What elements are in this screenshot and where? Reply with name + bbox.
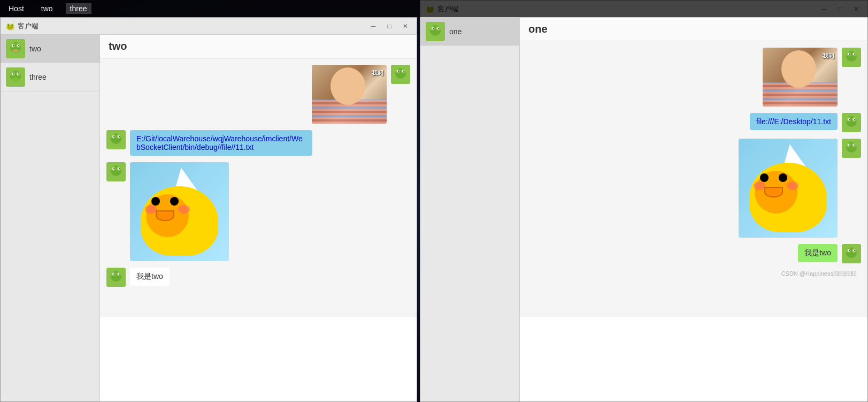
avatar-w2-r4 bbox=[842, 244, 861, 263]
frog-avatar-two bbox=[6, 39, 25, 58]
svg-point-84 bbox=[849, 145, 850, 146]
svg-point-35 bbox=[119, 136, 120, 137]
chat-input-area-one[interactable] bbox=[100, 316, 417, 401]
svg-point-61 bbox=[438, 28, 439, 29]
taskbar-item-three[interactable]: three bbox=[66, 3, 91, 14]
avatar-svg-l2 bbox=[106, 130, 126, 149]
svg-text:🐸: 🐸 bbox=[6, 22, 14, 31]
child-image-container-1: 我叼 bbox=[312, 65, 387, 124]
window-icon-one: 🐸 bbox=[5, 21, 14, 31]
chat-area-two: one bbox=[520, 18, 867, 401]
avatar-svg-l3 bbox=[106, 162, 126, 181]
chat-input-one[interactable] bbox=[100, 316, 417, 401]
avatar-left-4 bbox=[106, 268, 126, 287]
msg-row-w2-4: 我是two bbox=[526, 244, 861, 263]
msg-row-1: 我叼 bbox=[106, 65, 410, 124]
sidebar-item-two[interactable]: two bbox=[1, 35, 99, 63]
chat-messages-two[interactable]: 我叼 bbox=[520, 41, 867, 316]
file-link-bubble-1[interactable]: E:/Git/localWarehouse/wqjWarehouse/imcli… bbox=[130, 130, 312, 156]
window-body-one: two three bbox=[1, 35, 417, 401]
svg-point-17 bbox=[13, 73, 14, 74]
svg-point-9 bbox=[18, 45, 19, 46]
chat-header-two: one bbox=[520, 18, 867, 41]
avatar-svg-w2-r3 bbox=[842, 139, 861, 158]
chat-with-two: one bbox=[528, 23, 548, 35]
chat-header-one: two bbox=[100, 35, 417, 58]
sidebar-name-three: three bbox=[29, 73, 47, 81]
svg-point-68 bbox=[849, 54, 850, 55]
msg-row-w2-2: file:///E:/Desktop/11.txt bbox=[526, 113, 861, 132]
child-image-text: 我叼 bbox=[372, 69, 383, 77]
avatar-left-2 bbox=[106, 130, 126, 149]
text-bubble-text-1: 我是two bbox=[136, 272, 163, 280]
duck-image-2 bbox=[739, 139, 838, 238]
msg-row-2: E:/Git/localWarehouse/wqjWarehouse/imcli… bbox=[106, 130, 410, 156]
child-image-1: 我叼 bbox=[312, 65, 387, 124]
child-image-container-2: 我叼 bbox=[763, 48, 838, 107]
file-link-text-2: file:///E:/Desktop/11.txt bbox=[756, 117, 831, 126]
sidebar-name-one: one bbox=[449, 27, 462, 36]
avatar-svg-w2-r4 bbox=[842, 244, 861, 263]
frog-avatar-one bbox=[426, 22, 445, 41]
chat-messages-one[interactable]: 我叼 bbox=[100, 58, 417, 316]
close-button-one[interactable]: ✕ bbox=[398, 21, 412, 32]
avatar-w2-r2 bbox=[842, 113, 861, 132]
duck-image-1 bbox=[130, 162, 229, 261]
watermark: CSDN @Happiness囧囧囧囧 bbox=[526, 270, 861, 278]
avatar-two bbox=[6, 39, 25, 58]
avatar-svg-l4 bbox=[106, 268, 126, 287]
msg-row-3 bbox=[106, 162, 410, 261]
svg-point-77 bbox=[854, 119, 855, 120]
chat-area-one: two bbox=[100, 35, 417, 401]
svg-point-92 bbox=[849, 250, 850, 251]
svg-point-42 bbox=[113, 168, 114, 169]
avatar-right-1 bbox=[391, 65, 410, 84]
avatar-w2-r1 bbox=[842, 48, 861, 67]
window-client-two: 🐸 客户端 ─ □ ✕ bbox=[0, 17, 417, 402]
child-image-2: 我叼 bbox=[763, 48, 838, 107]
chat-with-one: two bbox=[109, 40, 127, 52]
sidebar-item-one[interactable]: one bbox=[420, 18, 519, 46]
chat-input-area-two[interactable] bbox=[520, 316, 867, 401]
frog-avatar-three bbox=[6, 67, 25, 87]
text-bubble-1: 我是two bbox=[130, 268, 170, 286]
window-body-two: one one bbox=[420, 18, 867, 401]
svg-point-76 bbox=[849, 119, 850, 120]
msg-row-4: 我是two bbox=[106, 268, 410, 287]
svg-point-19 bbox=[12, 77, 19, 81]
file-link-text-1: E:/Git/localWarehouse/wqjWarehouse/imcli… bbox=[136, 134, 303, 151]
text-bubble-2: 我是two bbox=[798, 244, 838, 262]
svg-point-34 bbox=[113, 136, 114, 137]
svg-point-69 bbox=[854, 54, 855, 55]
sidebar-item-three[interactable]: three bbox=[1, 63, 99, 92]
maximize-button-one[interactable]: □ bbox=[382, 21, 396, 32]
window-controls-one: ─ □ ✕ bbox=[366, 21, 412, 32]
sidebar-two: one bbox=[420, 18, 520, 401]
sidebar-one: two three bbox=[1, 35, 100, 401]
chat-input-two[interactable] bbox=[520, 316, 867, 401]
sidebar-name-two: two bbox=[29, 44, 41, 53]
file-link-bubble-2[interactable]: file:///E:/Desktop/11.txt bbox=[750, 113, 838, 130]
minimize-button-one[interactable]: ─ bbox=[366, 21, 380, 32]
avatar-svg-w2-r1 bbox=[842, 48, 861, 67]
msg-row-w2-3 bbox=[526, 139, 861, 238]
window-title-one: 客户端 bbox=[18, 21, 363, 31]
client-icon-svg: 🐸 bbox=[5, 21, 14, 31]
svg-point-43 bbox=[119, 168, 120, 169]
taskbar-item-host[interactable]: Host bbox=[4, 3, 28, 14]
svg-point-93 bbox=[854, 250, 855, 251]
taskbar-item-two[interactable]: two bbox=[37, 3, 57, 14]
taskbar: Host two three bbox=[0, 0, 868, 17]
svg-point-8 bbox=[13, 45, 14, 46]
svg-point-27 bbox=[403, 71, 404, 72]
msg-row-w2-1: 我叼 bbox=[526, 48, 861, 107]
svg-point-85 bbox=[854, 145, 855, 146]
svg-point-50 bbox=[113, 274, 114, 275]
svg-point-51 bbox=[119, 274, 120, 275]
child-image-text-2: 我叼 bbox=[823, 52, 834, 60]
text-bubble-text-2: 我是two bbox=[804, 248, 831, 257]
avatar-left-3 bbox=[106, 162, 126, 181]
svg-point-18 bbox=[18, 73, 19, 74]
avatar-one bbox=[426, 22, 445, 41]
svg-point-60 bbox=[433, 28, 434, 29]
